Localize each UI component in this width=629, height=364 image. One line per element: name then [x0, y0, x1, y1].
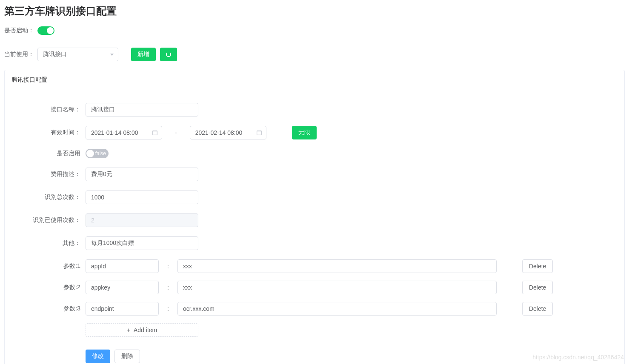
valid-time-label: 有效时间：	[13, 129, 86, 136]
used-label: 识别已使用次数：	[13, 216, 86, 224]
current-use-value: 腾讯接口	[43, 51, 67, 58]
param-key-input[interactable]	[86, 281, 159, 294]
add-item-button[interactable]: + Add item	[86, 323, 198, 337]
param-separator: :	[167, 263, 169, 270]
form-enable-switch[interactable]: false	[86, 149, 109, 158]
param-row: 参数:2 : Delete	[13, 281, 616, 294]
cost-label: 费用描述：	[13, 171, 86, 178]
param-delete-button[interactable]: Delete	[522, 281, 553, 294]
param-value-input[interactable]	[177, 302, 497, 316]
infinite-button[interactable]: 无限	[292, 126, 317, 139]
param-value-input[interactable]	[177, 259, 497, 273]
total-input[interactable]	[86, 191, 198, 204]
param-value-input[interactable]	[177, 281, 497, 294]
param-delete-button[interactable]: Delete	[522, 302, 553, 316]
param-row: 参数:3 : Delete	[13, 302, 616, 316]
card-header: 腾讯接口配置	[5, 70, 624, 90]
config-card: 腾讯接口配置 接口名称： 有效时间： - 无限	[4, 70, 625, 364]
param-label: 参数:1	[13, 262, 86, 270]
enable-label: 是否启动：	[4, 27, 34, 34]
calendar-icon	[152, 130, 158, 136]
add-button[interactable]: 新增	[131, 48, 156, 61]
param-label: 参数:2	[13, 284, 86, 291]
other-input[interactable]	[86, 236, 198, 250]
calendar-icon	[256, 130, 262, 136]
used-input	[86, 213, 198, 227]
param-delete-button[interactable]: Delete	[522, 259, 553, 273]
modify-button[interactable]: 修改	[86, 350, 110, 363]
svg-rect-1	[257, 131, 261, 135]
param-row: 参数:1 : Delete	[13, 259, 616, 273]
date-separator: -	[175, 129, 177, 136]
other-label: 其他：	[13, 239, 86, 247]
total-label: 识别总次数：	[13, 193, 86, 201]
watermark: https://blog.csdn.net/qq_40286424	[532, 354, 624, 361]
valid-start-input[interactable]	[86, 126, 162, 139]
plus-icon: +	[127, 327, 130, 333]
name-label: 接口名称：	[13, 106, 86, 114]
name-input[interactable]	[86, 103, 198, 117]
param-label: 参数:3	[13, 305, 86, 313]
current-use-select[interactable]: 腾讯接口	[37, 48, 118, 61]
page-title: 第三方车牌识别接口配置	[4, 4, 625, 18]
delete-button[interactable]: 删除	[114, 350, 140, 363]
form-enable-label: 是否启用	[13, 150, 86, 157]
param-key-input[interactable]	[86, 259, 159, 273]
svg-rect-0	[153, 131, 157, 135]
cost-input[interactable]	[86, 168, 198, 181]
refresh-icon	[166, 52, 171, 57]
enable-switch[interactable]	[37, 26, 54, 35]
param-separator: :	[167, 284, 169, 291]
param-key-input[interactable]	[86, 302, 159, 316]
add-item-label: Add item	[134, 327, 157, 333]
valid-end-input[interactable]	[190, 126, 266, 139]
current-use-label: 当前使用：	[4, 51, 34, 58]
refresh-button[interactable]	[160, 48, 177, 61]
param-separator: :	[167, 305, 169, 312]
